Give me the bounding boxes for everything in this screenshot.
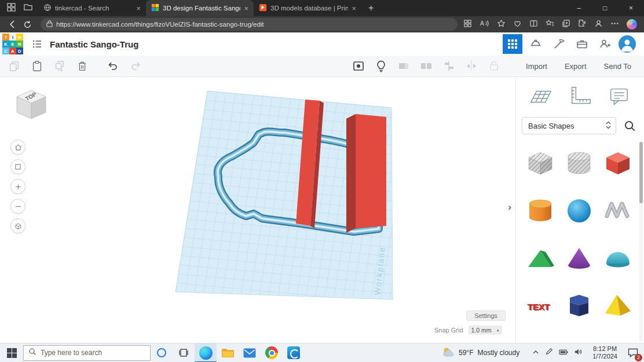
shape-polygon[interactable] xyxy=(562,287,597,323)
shape-sphere[interactable] xyxy=(562,192,597,228)
shape-search-button[interactable] xyxy=(621,117,638,134)
split-screen-icon[interactable] xyxy=(529,19,538,30)
helmet-icon[interactable] xyxy=(526,34,546,54)
extensions-icon[interactable] xyxy=(578,19,587,30)
minimize-button[interactable]: – xyxy=(566,0,592,16)
pen-tray-icon[interactable] xyxy=(545,348,553,358)
apps-icon[interactable] xyxy=(463,19,472,30)
chrome-icon[interactable] xyxy=(261,343,283,362)
close-button[interactable]: × xyxy=(618,0,644,16)
home-view-button[interactable] xyxy=(10,140,25,155)
edge-taskbar-icon[interactable] xyxy=(195,343,217,362)
start-button[interactable] xyxy=(0,343,23,362)
vertical-tabs-icon[interactable] xyxy=(24,3,32,14)
action-center-button[interactable]: 2 xyxy=(622,343,644,362)
weather-widget[interactable]: 59°F Mostly cloudy xyxy=(435,346,526,359)
tray-expand-icon[interactable] xyxy=(532,348,539,358)
settings-dots-icon[interactable] xyxy=(610,19,619,30)
design-canvas[interactable]: Workplane TOP Settings Snap Grid 1.0 mm xyxy=(0,77,515,343)
shape-text[interactable]: TEXTTEXT xyxy=(523,287,558,323)
redo-button[interactable] xyxy=(128,58,143,74)
snap-grid-dropdown[interactable]: 1.0 mm ▴ xyxy=(469,326,502,335)
account-avatar[interactable] xyxy=(619,35,636,53)
delete-button[interactable] xyxy=(75,58,90,74)
cura-app-icon[interactable] xyxy=(283,343,305,362)
perspective-toggle-button[interactable] xyxy=(10,218,25,233)
panel-collapse-button[interactable]: › xyxy=(505,200,514,215)
file-explorer-icon[interactable] xyxy=(217,343,239,362)
copilot-icon[interactable] xyxy=(627,19,637,30)
invite-person-icon[interactable] xyxy=(595,34,615,54)
scrollbar-thumb[interactable] xyxy=(639,142,643,203)
address-bar[interactable]: https://www.tinkercad.com/things/fizoVUe… xyxy=(41,18,458,31)
tab-close-icon[interactable]: × xyxy=(136,5,141,12)
settings-button[interactable]: Settings xyxy=(466,310,506,321)
view-cube[interactable]: TOP xyxy=(12,85,51,121)
profile-icon[interactable] xyxy=(594,19,603,30)
briefcase-icon[interactable] xyxy=(572,34,592,54)
paste-button[interactable] xyxy=(30,58,45,74)
shape-half-sphere[interactable] xyxy=(601,240,635,276)
light-bulb-button[interactable] xyxy=(374,58,389,74)
shape-roof[interactable] xyxy=(523,240,558,276)
shape-pyramid[interactable] xyxy=(601,287,635,323)
mirror-button[interactable] xyxy=(464,58,479,74)
mail-app-icon[interactable] xyxy=(239,343,261,362)
duplicate-button[interactable] xyxy=(52,58,67,74)
shape-cylinder[interactable] xyxy=(523,192,558,228)
maximize-button[interactable]: □ xyxy=(592,0,618,16)
browser-essentials-icon[interactable] xyxy=(513,19,522,30)
back-button[interactable] xyxy=(5,17,20,31)
battery-tray-icon[interactable] xyxy=(559,348,568,358)
design-title[interactable]: Fantastic Sango-Trug xyxy=(50,39,138,49)
lock-button[interactable] xyxy=(486,58,502,74)
tab-close-icon[interactable]: × xyxy=(244,5,248,12)
show-all-button[interactable] xyxy=(351,58,366,74)
shape-box[interactable] xyxy=(601,145,635,181)
dashboard-grid-button[interactable] xyxy=(503,34,522,54)
site-info-lock-icon[interactable] xyxy=(46,19,53,30)
scene-3d[interactable]: Workplane xyxy=(0,77,515,343)
design-menu-icon[interactable] xyxy=(29,36,45,52)
group-button[interactable] xyxy=(396,58,411,74)
shape-category-dropdown[interactable]: Basic Shapes xyxy=(522,117,616,134)
add-favorite-star-icon[interactable] xyxy=(497,19,506,30)
import-button[interactable]: Import xyxy=(526,62,547,71)
browser-tab[interactable]: 3D models database | Printables × xyxy=(254,0,361,16)
copy-button[interactable] xyxy=(7,58,22,74)
browser-tab[interactable]: tinkercad - Search × xyxy=(38,0,146,16)
zoom-out-button[interactable] xyxy=(10,199,25,214)
panel-scrollbar[interactable] xyxy=(639,142,643,342)
new-tab-button[interactable]: + xyxy=(361,3,380,13)
read-aloud-icon[interactable]: A xyxy=(480,19,489,30)
shape-box-hole[interactable] xyxy=(523,145,558,181)
shape-cylinder-hole[interactable] xyxy=(562,145,597,181)
zoom-in-button[interactable] xyxy=(10,179,25,194)
export-button[interactable]: Export xyxy=(565,62,587,71)
fit-view-button[interactable] xyxy=(10,159,25,174)
favorites-icon[interactable] xyxy=(546,19,554,30)
tinkercad-logo[interactable]: T I N K E R C A D xyxy=(2,34,23,54)
workspaces-icon[interactable] xyxy=(7,3,16,14)
red-box-shape[interactable] xyxy=(346,114,386,233)
tab-close-icon[interactable]: × xyxy=(352,5,356,12)
refresh-button[interactable] xyxy=(20,17,35,31)
search-input[interactable] xyxy=(41,349,145,357)
taskbar-clock[interactable]: 8:12 PM 1/7/2024 xyxy=(588,345,622,360)
task-view-button[interactable] xyxy=(173,343,195,362)
shape-scribble[interactable] xyxy=(601,192,635,228)
volume-tray-icon[interactable] xyxy=(574,348,582,358)
ungroup-button[interactable] xyxy=(419,58,434,74)
cortana-button[interactable] xyxy=(151,343,173,362)
shape-cone[interactable] xyxy=(562,240,597,276)
tools-pickaxe-icon[interactable] xyxy=(549,34,569,54)
undo-button[interactable] xyxy=(105,58,120,74)
taskbar-search[interactable] xyxy=(23,345,151,361)
send-to-button[interactable]: Send To xyxy=(604,62,631,71)
collections-icon[interactable] xyxy=(562,19,570,30)
browser-tab-active[interactable]: 3D design Fantastic Sango-Trug × xyxy=(146,0,254,16)
workplane-tool-button[interactable] xyxy=(528,83,554,111)
align-button[interactable] xyxy=(441,58,456,74)
notes-tool-button[interactable] xyxy=(606,83,632,111)
ruler-tool-button[interactable] xyxy=(567,83,594,111)
